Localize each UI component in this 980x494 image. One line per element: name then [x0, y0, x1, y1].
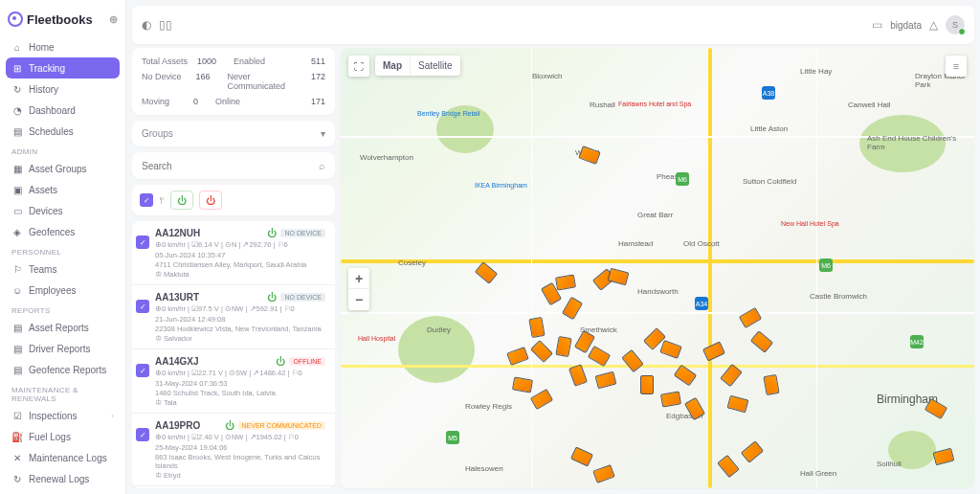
map-type-satellite[interactable]: Satellite: [411, 56, 460, 76]
nav-devices[interactable]: ▭Devices: [6, 200, 120, 221]
place-label: Sutton Coldfield: [743, 177, 796, 186]
asset-card[interactable]: ✓ AA12NUH⏻NO DEVICE ⊕0 km/hr | ☑6.14 V |…: [132, 221, 335, 285]
tracking-icon: ⊞: [11, 62, 23, 74]
map[interactable]: BirminghamWolverhamptonDudleySutton Cold…: [341, 48, 974, 488]
power-icon: ⏻: [225, 420, 234, 431]
asset-timestamp: 05-Jun-2024 10:35:47: [155, 251, 325, 259]
search-input[interactable]: [142, 161, 313, 171]
asset-id: AA19PRO: [155, 420, 200, 431]
vehicle-marker[interactable]: [640, 375, 654, 394]
brand-name: Fleetbooks: [27, 12, 93, 27]
poi-label: Hall Hospital: [358, 335, 395, 342]
asset-meta: ⊕0 km/hr | ☑2.40 V | ⊙NW | ↗1945.02 | ⚐0: [155, 433, 325, 441]
place-label: Hamstead: [618, 239, 653, 248]
search-icon[interactable]: ⌕: [319, 160, 325, 171]
nav-renewal-logs[interactable]: ↻Renewal Logs: [6, 468, 120, 489]
asset-address: 22308 Hodkiewicz Vista, New Trevionland,…: [155, 325, 325, 333]
nav-inspections[interactable]: ☑Inspections›: [6, 405, 120, 426]
nav-driver-reports[interactable]: ▤Driver Reports: [6, 338, 120, 359]
sidebar: Fleetbooks ⊕ ⌂Home⊞Tracking↻History◔Dash…: [0, 0, 126, 494]
poi-label: Fairlawns Hotel and Spa: [618, 101, 691, 107]
nav-home[interactable]: ⌂Home: [6, 36, 120, 57]
road-shield: M6: [676, 172, 689, 186]
filter-icon[interactable]: ⫯: [159, 194, 165, 206]
nav-asset-groups[interactable]: ▦Asset Groups: [6, 158, 120, 179]
status-badge: NO DEVICE: [280, 229, 325, 237]
chevron-right-icon: ›: [111, 412, 114, 420]
power-on-button[interactable]: ⏻: [170, 191, 193, 210]
map-type-map[interactable]: Map: [375, 56, 411, 76]
place-label: Wolverhampton: [360, 153, 413, 162]
nav-teams[interactable]: ⚐Teams: [6, 258, 120, 280]
place-label: Great Barr: [637, 211, 673, 219]
zoom-out-button[interactable]: −: [348, 289, 369, 310]
nav-dashboard[interactable]: ◔Dashboard: [6, 100, 120, 121]
status-badge: NEVER COMMUNICATED: [238, 421, 325, 430]
place-label: Dudley: [427, 326, 451, 334]
section-title: ADMIN: [6, 142, 120, 158]
status-badge: NO DEVICE: [280, 293, 325, 302]
zoom-control: + −: [348, 268, 369, 310]
fullscreen-button[interactable]: ⛶: [348, 56, 369, 77]
place-label: Rushall: [590, 101, 615, 109]
stat-row: Moving0Online171: [142, 94, 325, 109]
list-toggle-button[interactable]: ≡: [946, 56, 967, 77]
groups-dropdown[interactable]: Groups ▾: [132, 121, 335, 146]
asset-id: AA13URT: [155, 292, 199, 303]
road-shield: A34: [695, 297, 708, 310]
filter-row: ✓ ⫯ ⏻ ⏻: [132, 185, 335, 215]
place-label: Old Oscott: [683, 239, 720, 248]
moon-icon[interactable]: ◐: [142, 18, 151, 32]
book-icon[interactable]: ▯▯: [159, 18, 172, 32]
asset-card[interactable]: ✓ AA13URT⏻NO DEVICE ⊕0 km/hr | ☑97.5 V |…: [132, 285, 335, 349]
nav-maintenance-logs[interactable]: ✕Maintenance Logs: [6, 447, 120, 468]
gear-icon[interactable]: ⊕: [109, 13, 118, 26]
bell-icon[interactable]: △: [929, 18, 938, 32]
nav-assets[interactable]: ▣Assets: [6, 179, 120, 200]
asset-list: ✓ AA12NUH⏻NO DEVICE ⊕0 km/hr | ☑6.14 V |…: [132, 221, 335, 488]
bigdata-label[interactable]: bigdata: [890, 20, 922, 31]
asset-card[interactable]: ✓ AB09LRF⏻NEVER COMMUNICATED ⊕0 km/hr | …: [132, 486, 335, 488]
asset-id: AA14GXJ: [155, 356, 199, 367]
select-all-checkbox[interactable]: ✓: [140, 193, 153, 207]
nav-fuel-logs[interactable]: ⛽Fuel Logs: [6, 426, 120, 447]
asset-card[interactable]: ✓ AA19PRO⏻NEVER COMMUNICATED ⊕0 km/hr | …: [132, 414, 335, 486]
map-type-toggle: Map Satellite: [375, 56, 460, 76]
nav-history[interactable]: ↻History: [6, 79, 120, 100]
zoom-in-button[interactable]: +: [348, 268, 369, 289]
asset-driver: ♔ Salvador: [155, 334, 325, 343]
nav-geofences[interactable]: ◈Geofences: [6, 221, 120, 242]
asset-timestamp: 31-May-2024 07:36:53: [155, 379, 325, 388]
road-shield: M5: [446, 431, 459, 444]
card-icon[interactable]: ▭: [872, 18, 882, 32]
place-label: Little Aston: [750, 124, 788, 133]
asset-address: 1460 Schulist Track, South Ida, Latvia: [155, 389, 325, 397]
asset-address: 4711 Christiansen Alley, Markport, Saudi…: [155, 260, 325, 269]
home-icon: ⌂: [11, 41, 23, 53]
asset-meta: ⊕0 km/hr | ☑6.14 V | ⊙N | ↗292.76 | ⚐6: [155, 240, 325, 249]
asset-driver: ♔ Maktuta: [155, 270, 325, 279]
asset-checkbox[interactable]: ✓: [136, 236, 149, 249]
asset-driver: ♔ Tala: [155, 398, 325, 407]
asset-card[interactable]: ✓ AA14GXJ⏻OFFLINE ⊕0 km/hr | ☑22.71 V | …: [132, 349, 335, 414]
asset-checkbox[interactable]: ✓: [136, 364, 149, 377]
poi-label: IKEA Birmingham: [475, 182, 527, 189]
power-icon: ⏻: [276, 356, 285, 367]
place-label: Coseley: [398, 258, 426, 267]
power-icon: ⏻: [267, 292, 277, 303]
place-label: Little Hay: [800, 67, 832, 76]
section-title: REPORTS: [6, 301, 120, 317]
nav-schedules[interactable]: ▤Schedules: [6, 121, 120, 142]
stat-row: No Device166Never Communicated172: [142, 69, 325, 94]
power-off-button[interactable]: ⏻: [199, 191, 222, 210]
avatar[interactable]: S: [946, 15, 965, 34]
nav-asset-reports[interactable]: ▤Asset Reports: [6, 317, 120, 338]
place-label: Hall Green: [800, 469, 836, 478]
section-title: MAINTENANCE & RENEWALS: [6, 380, 120, 405]
nav-tracking[interactable]: ⊞Tracking: [6, 57, 120, 79]
nav-employees[interactable]: ☺Employees: [6, 280, 120, 301]
asset-checkbox[interactable]: ✓: [136, 300, 149, 313]
asset-checkbox[interactable]: ✓: [136, 428, 149, 441]
section-title: CONFIG: [6, 489, 120, 494]
nav-geofence-reports[interactable]: ▤Geofence Reports: [6, 359, 120, 380]
